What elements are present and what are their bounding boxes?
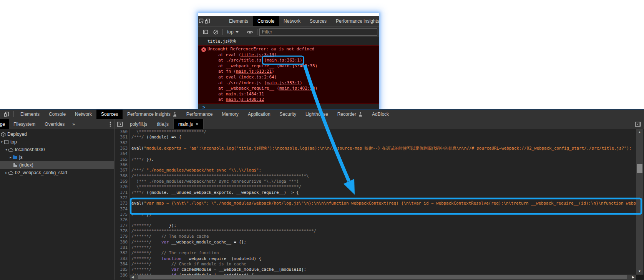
line-number[interactable]: 374 [115,207,130,212]
line-number[interactable]: 375 [115,212,130,217]
scroll-down-arrow[interactable]: ▼ [636,270,643,273]
line-number[interactable]: 376 [115,217,130,223]
inspect-element-button[interactable] [198,16,204,26]
devtools-tab-network[interactable]: Network [70,110,96,119]
source-link[interactable]: main.js:363:1 [267,58,300,63]
devtools-tab-sources[interactable]: Sources [96,110,123,119]
devtools-tab-recorder[interactable]: Recorder [333,110,367,119]
line-number[interactable]: 366 [115,162,130,168]
devtools-tab-adblock[interactable]: AdBlock [367,110,393,119]
scroll-left-arrow[interactable]: ◀ [131,275,134,279]
line-number[interactable]: 378 [115,228,130,234]
line-number[interactable]: 361 [115,135,130,140]
line-number[interactable]: 369 [115,179,130,184]
expand-arrow-icon[interactable]: ▸ [5,171,8,175]
line-number[interactable]: 365 [115,157,130,162]
separator [13,111,14,117]
line-number[interactable]: 364 [115,151,130,157]
line-number[interactable]: 371 [115,190,130,195]
tree-item--index-[interactable]: (index) [0,161,114,169]
line-number[interactable]: 373 [115,201,130,206]
tab-filesystem[interactable]: Filesystem [9,119,40,129]
code-line: 371/***/ ((module, __unused_webpack_expo… [115,190,636,195]
source-link[interactable]: title.js:3:13 [241,52,274,57]
line-number[interactable]: 377 [115,223,130,228]
devtools-tab-performance[interactable]: Performance [182,110,217,119]
source-link[interactable]: main.js:402:33 [279,86,315,91]
live-expression-button[interactable] [245,29,255,35]
code-line: 381/******/ [115,245,636,250]
devtools-tab-elements[interactable]: Elements [16,110,44,119]
tab-overrides[interactable]: Overrides [40,119,69,129]
devtools-tab-application[interactable]: Application [243,110,275,119]
stack-frame: at __webpack_require__ (main.js:402:33) [198,63,379,69]
code-area[interactable]: 360 \**************************/ 361/***… [115,129,636,280]
tree-item-js[interactable]: ▸ js [0,153,114,161]
devtools-tab-performance-insights[interactable]: Performance insights [123,110,182,119]
console-error-block: Uncaught ReferenceError: aa is not defin… [198,45,379,104]
line-number[interactable]: 363 [115,146,130,151]
line-number[interactable]: 379 [115,234,130,239]
line-number[interactable]: 384 [115,262,130,267]
line-number[interactable]: 381 [115,245,130,250]
line-number[interactable]: 368 [115,173,130,179]
line-number[interactable]: 360 [115,129,130,135]
editor-tab-main-js[interactable]: main.js× [174,119,204,129]
tab-page[interactable]: Page [0,119,9,129]
source-link[interactable]: index.js:2:64 [241,75,274,80]
scroll-right-arrow[interactable]: ▶ [632,275,634,279]
javascript-context-select[interactable]: top [225,29,241,35]
expand-arrow-icon[interactable]: ▾ [0,140,3,144]
tree-item-02-webpack-config-start[interactable]: ▸ 02_webpack_config_start [0,169,114,177]
console-window-tab-elements[interactable]: Elements [224,16,253,26]
line-number[interactable]: 382 [115,250,130,256]
line-number[interactable]: 367 [115,168,130,173]
devtools-tab-memory[interactable]: Memory [217,110,243,119]
navigator-menu-button[interactable] [106,119,114,129]
source-link[interactable]: main.js:402:33 [279,63,315,68]
tree-item-top[interactable]: ▾ top [0,138,114,146]
scroll-up-arrow[interactable]: ▲ [636,130,643,134]
tree-item-deployed[interactable]: Deployed [0,130,114,138]
show-right-sidebar-button[interactable] [635,122,641,127]
editor-tab-polyfill-js[interactable]: polyfill.js [125,119,152,129]
expand-arrow-icon[interactable]: ▸ [9,155,12,159]
clear-console-button[interactable] [211,29,221,35]
source-link[interactable]: main.js:1484:11 [226,92,264,97]
console-window-tab-network[interactable]: Network [279,16,305,26]
line-number[interactable]: 362 [115,140,130,146]
device-toolbar-button[interactable] [2,110,12,119]
console-window-tab-performance-insights[interactable]: Performance insights [331,16,379,26]
expand-arrow-icon[interactable]: ▾ [5,148,8,152]
console-window-tab-console[interactable]: Console [253,16,279,26]
devtools-tab-console[interactable]: Console [44,110,70,119]
console-prompt[interactable]: > [198,104,379,109]
console-window-tab-sources[interactable]: Sources [305,16,331,26]
inspect-cursor-icon [198,18,204,24]
close-icon[interactable]: × [196,122,199,127]
horizontal-scrollbar[interactable]: ◀ ▶ [130,275,636,280]
console-filter-input[interactable]: Filter [259,28,377,36]
line-number[interactable]: 383 [115,256,130,262]
stack-frame: at ./src/index.js (main.js:353:1) [198,80,379,86]
console-sidebar-button[interactable] [201,29,211,35]
vertical-scrollbar[interactable]: ▲ ▼ [636,129,643,275]
source-link[interactable]: main.js:353:1 [267,80,300,85]
editor-tab-title-js[interactable]: title.js [152,119,174,129]
source-link[interactable]: main.js:613:21 [236,69,272,74]
device-toolbar-button[interactable] [204,16,211,26]
line-number[interactable]: 380 [115,240,130,245]
more-tabs-button[interactable]: » [69,119,78,129]
line-number[interactable]: 386 [115,273,130,278]
line-number[interactable]: 385 [115,267,130,272]
line-number[interactable]: 370 [115,184,130,190]
vertical-scroll-thumb[interactable] [637,164,642,173]
line-number[interactable]: 372 [115,195,130,201]
devtools-tab-lighthouse[interactable]: Lighthouse [301,110,333,119]
source-link[interactable]: main.js:1488:12 [226,97,264,102]
devtools-tab-security[interactable]: Security [275,110,301,119]
horizontal-scroll-thumb[interactable] [138,275,627,279]
tree-item-localhost-4000[interactable]: ▾ localhost:4000 [0,146,114,153]
code-line: 384/******/ // Check if module is in cac… [115,262,636,267]
collapse-navigator-button[interactable] [115,119,125,129]
